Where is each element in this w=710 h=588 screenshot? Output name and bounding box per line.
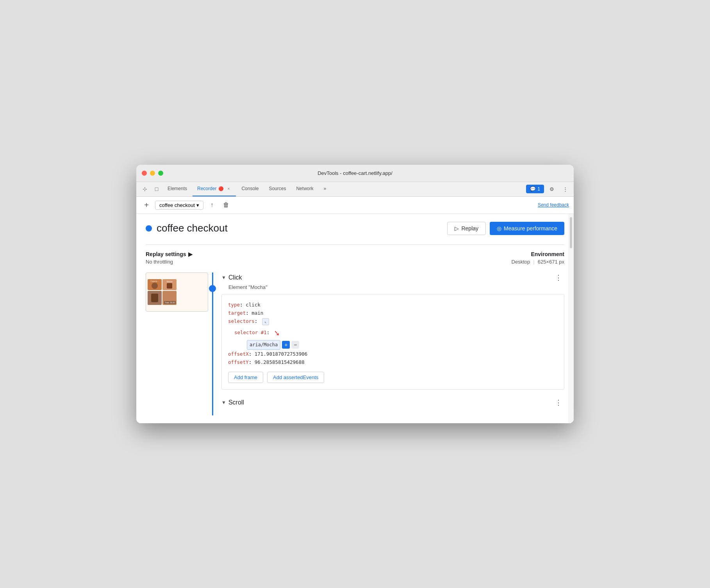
steps-container: Capuce... Mocha [146, 273, 564, 415]
offsetY-key: offsetY [228, 359, 249, 365]
tab-network[interactable]: Network [291, 182, 318, 196]
click-step-more-button[interactable]: ⋮ [553, 273, 564, 283]
click-step-action-btns: Add frame Add assertedEvents [228, 372, 558, 383]
recording-selector[interactable]: coffee checkout ▾ [155, 201, 203, 210]
environment-section: Environment Desktop | 625×671 px [512, 251, 564, 265]
messages-button[interactable]: 💬 1 [526, 185, 544, 193]
tab-recorder-close[interactable]: × [226, 186, 231, 191]
code-offsetX-line: offsetX: 171.90187072753906 [228, 350, 558, 358]
colon-1: : [240, 302, 246, 308]
tab-recorder-label: Recorder [197, 186, 216, 191]
click-step-subtitle: Element "Mocha" [221, 284, 564, 290]
offsetX-key: offsetX [228, 351, 249, 357]
selector-chip[interactable]: aria/Mocha [247, 340, 280, 349]
chevron-down-icon: ▾ [196, 202, 199, 208]
remove-selector-button[interactable]: − [291, 341, 299, 349]
more-options-button[interactable]: ⋮ [560, 184, 571, 194]
add-selector-button[interactable]: + [282, 341, 290, 349]
tab-sources-label: Sources [269, 186, 286, 191]
settings-row: Replay settings ▶ No throttling Environm… [146, 251, 564, 265]
scroll-step: ▼ Scroll ⋮ [221, 397, 564, 408]
add-frame-button[interactable]: Add frame [228, 372, 263, 383]
close-button[interactable] [142, 171, 147, 176]
screenshot-tool-btn[interactable]: □ [151, 184, 162, 194]
minimize-button[interactable] [150, 171, 155, 176]
scrollbar-thumb[interactable] [570, 217, 572, 248]
gear-icon: ⚙ [549, 186, 554, 192]
code-selector1-line: selector #1: ➘ [228, 326, 558, 340]
maximize-button[interactable] [158, 171, 163, 176]
colon-4: : [267, 330, 273, 335]
timeline-dot-click [209, 285, 216, 292]
steps-panel: ▼ Click ⋮ Element "Mocha" type: click [212, 273, 564, 415]
play-icon: ▷ [455, 225, 459, 232]
colon-5: : [249, 351, 255, 357]
measure-label: Measure performance [504, 225, 557, 232]
env-size-label: 625×671 px [538, 259, 564, 265]
tab-more[interactable]: » [319, 182, 331, 196]
window-title: DevTools - coffee-cart.netlify.app/ [318, 170, 392, 176]
new-recording-button[interactable]: + [141, 200, 152, 210]
message-icon: 💬 [530, 186, 536, 192]
click-step-expand-icon[interactable]: ▼ [221, 275, 226, 280]
recording-dot [146, 225, 152, 232]
tab-console[interactable]: Console [237, 182, 263, 196]
thumbnail-panel: Capuce... Mocha [146, 273, 212, 415]
tab-console-label: Console [241, 186, 259, 191]
replay-button[interactable]: ▷ Replay [447, 222, 486, 235]
cursor-icon: ⊹ [143, 186, 147, 192]
environment-value: Desktop | 625×671 px [512, 259, 564, 265]
trash-icon: 🗑 [223, 201, 229, 208]
scroll-step-header: ▼ Scroll ⋮ [221, 397, 564, 408]
scroll-step-title-row: ▼ Scroll [221, 399, 244, 406]
scrollbar[interactable] [568, 214, 574, 423]
tab-right-icons: 💬 1 ⚙ ⋮ [526, 184, 571, 194]
code-selectors-line: selectors: ↖ [228, 317, 558, 325]
type-key: type [228, 302, 240, 308]
replay-settings-text: Replay settings [146, 251, 186, 257]
export-button[interactable]: ↑ [207, 200, 218, 210]
step-thumbnail: Capuce... Mocha [146, 273, 208, 312]
scroll-step-title: Scroll [228, 399, 244, 406]
timeline-line [212, 273, 213, 415]
tab-recorder[interactable]: Recorder 🔴 × [193, 182, 236, 196]
recorder-content-area: coffee checkout ▷ Replay ◎ Measure perfo… [136, 214, 574, 423]
export-icon: ↑ [211, 201, 214, 208]
more-tabs-icon: » [323, 186, 326, 191]
message-count: 1 [537, 186, 540, 192]
replay-settings-toggle[interactable]: Replay settings ▶ [146, 251, 193, 257]
code-target-line: target: main [228, 309, 558, 317]
selector-cursor-icon: ↖ [262, 318, 269, 325]
selector1-key: selector #1 [234, 330, 267, 335]
offsetX-val: 171.90187072753906 [255, 351, 307, 357]
code-offsetY-line: offsetY: 96.28585815429688 [228, 358, 558, 366]
measure-performance-button[interactable]: ◎ Measure performance [490, 222, 564, 235]
screenshot-icon: □ [155, 186, 158, 192]
click-step: ▼ Click ⋮ Element "Mocha" type: click [221, 273, 564, 390]
recording-indicator-icon: 🔴 [218, 186, 224, 191]
measure-icon: ◎ [497, 225, 501, 232]
tab-elements[interactable]: Elements [163, 182, 192, 196]
recording-header: coffee checkout ▷ Replay ◎ Measure perfo… [146, 222, 564, 235]
desktop-label: Desktop [512, 259, 530, 265]
colon-3: : [255, 318, 260, 324]
settings-button[interactable]: ⚙ [546, 184, 557, 194]
offsetY-val: 96.28585815429688 [255, 359, 305, 365]
tab-network-label: Network [296, 186, 313, 191]
add-asserted-events-button[interactable]: Add assertedEvents [267, 372, 324, 383]
delete-button[interactable]: 🗑 [221, 200, 232, 210]
chevron-right-icon: ▶ [188, 251, 193, 257]
send-feedback-link[interactable]: Send feedback [538, 202, 569, 208]
scroll-step-expand-icon[interactable]: ▼ [221, 400, 226, 405]
cursor-tool-btn[interactable]: ⊹ [139, 184, 150, 194]
click-step-header: ▼ Click ⋮ [221, 273, 564, 283]
close-icon: × [227, 187, 230, 191]
target-key: target [228, 310, 246, 316]
tab-sources[interactable]: Sources [264, 182, 291, 196]
recording-title-area: coffee checkout [146, 222, 228, 234]
selectors-key: selectors [228, 318, 255, 324]
recording-selector-name: coffee checkout [159, 202, 195, 208]
devtools-window: DevTools - coffee-cart.netlify.app/ ⊹ □ … [136, 165, 574, 423]
scroll-step-more-button[interactable]: ⋮ [553, 397, 564, 408]
env-separator: | [533, 259, 534, 265]
